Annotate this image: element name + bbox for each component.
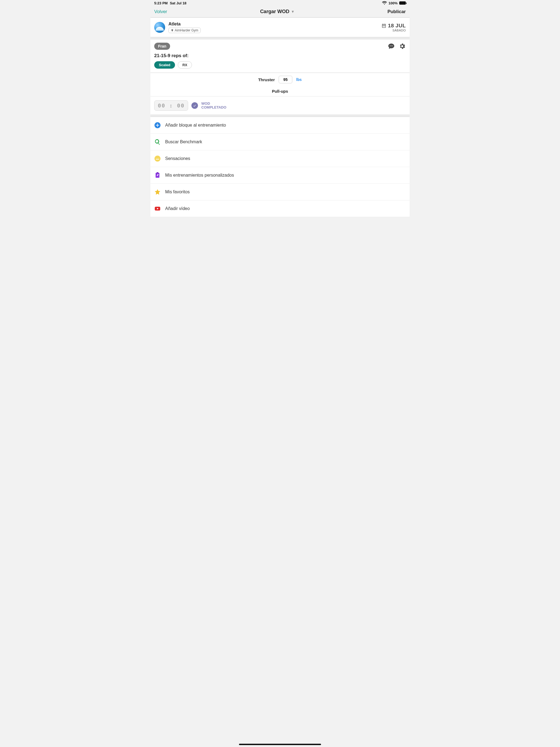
add-block-item[interactable]: Añadir bloque al entrenamiento — [150, 117, 410, 134]
publish-button[interactable]: Publicar — [387, 9, 406, 15]
page-title: Cargar WOD — [260, 9, 289, 15]
sensations-label: Sensaciones — [165, 156, 190, 161]
clipboard-icon — [154, 172, 161, 179]
avatar[interactable] — [154, 22, 165, 33]
home-indicator — [150, 742, 410, 747]
search-benchmark-label: Buscar Benchmark — [165, 139, 202, 145]
youtube-icon — [154, 205, 161, 212]
action-list: Añadir bloque al entrenamiento Buscar Be… — [150, 117, 410, 217]
separator — [150, 114, 410, 117]
my-trainings-item[interactable]: Mis entrenamientos personalizados — [150, 167, 410, 184]
gym-tag[interactable]: AimHarder Gym — [169, 28, 201, 33]
add-video-item[interactable]: Añadir vídeo — [150, 200, 410, 217]
nav-bar: Volver Cargar WOD ▼ Publicar — [150, 6, 410, 18]
profile-header: Atleta AimHarder Gym 18 JUL SÁBADO — [150, 18, 410, 37]
comments-icon[interactable] — [388, 43, 395, 50]
sensations-item[interactable]: Sensaciones — [150, 150, 410, 167]
completed-line2: COMPLETADO — [201, 106, 226, 109]
battery-icon — [399, 1, 406, 5]
date-picker[interactable]: 18 JUL SÁBADO — [381, 23, 406, 32]
thruster-unit-toggle[interactable]: lbs — [296, 77, 307, 82]
search-icon — [154, 138, 161, 145]
movement-pullups-label: Pull-ups — [272, 89, 288, 94]
wod-name-tag[interactable]: Fran — [154, 43, 170, 50]
date-weekday: SÁBADO — [392, 29, 406, 32]
wifi-icon — [382, 1, 387, 5]
wod-block: Fran 21-15-9 reps of: Scaled RX — [150, 40, 410, 73]
face-icon — [154, 155, 161, 162]
svg-point-1 — [154, 156, 160, 162]
separator — [150, 37, 410, 40]
status-time: 5:23 PM — [154, 1, 168, 5]
time-input[interactable]: 00 : 00 — [154, 100, 188, 111]
add-block-label: Añadir bloque al entrenamiento — [165, 123, 226, 128]
add-video-label: Añadir vídeo — [165, 206, 190, 211]
star-icon — [154, 189, 161, 195]
rx-button[interactable]: RX — [178, 61, 192, 69]
thruster-weight-input[interactable] — [279, 76, 292, 83]
svg-rect-4 — [157, 172, 158, 173]
completed-check-icon[interactable] — [192, 102, 198, 109]
status-date: Sat Jul 18 — [170, 1, 186, 5]
status-bar: 5:23 PM Sat Jul 18 100% — [150, 0, 410, 6]
back-button[interactable]: Volver — [154, 9, 167, 15]
time-complete-row: 00 : 00 WOD COMPLETADO — [150, 97, 410, 114]
favorites-item[interactable]: Mis favoritos — [150, 184, 410, 200]
date-value: 18 JUL — [388, 23, 406, 29]
completed-line1: WOD — [201, 102, 226, 106]
rep-scheme: 21-15-9 reps of: — [154, 53, 406, 58]
battery-pct: 100% — [388, 1, 398, 5]
page-title-dropdown[interactable]: Cargar WOD ▼ — [260, 9, 295, 15]
gym-name: AimHarder Gym — [175, 28, 198, 32]
scaled-button[interactable]: Scaled — [154, 61, 175, 69]
svg-rect-2 — [156, 159, 159, 159]
athlete-name: Atleta — [169, 22, 201, 27]
movements-section: Thruster lbs Pull-ups — [150, 73, 410, 97]
pin-icon — [171, 29, 174, 32]
movement-thruster-label: Thruster — [253, 77, 275, 82]
search-benchmark-item[interactable]: Buscar Benchmark — [150, 134, 410, 150]
gear-icon[interactable] — [399, 43, 406, 50]
favorites-label: Mis favoritos — [165, 189, 190, 195]
chevron-down-icon: ▼ — [291, 9, 295, 14]
completed-label: WOD COMPLETADO — [201, 102, 226, 110]
plus-circle-icon — [154, 122, 161, 129]
calendar-icon — [381, 23, 386, 28]
my-trainings-label: Mis entrenamientos personalizados — [165, 173, 234, 178]
